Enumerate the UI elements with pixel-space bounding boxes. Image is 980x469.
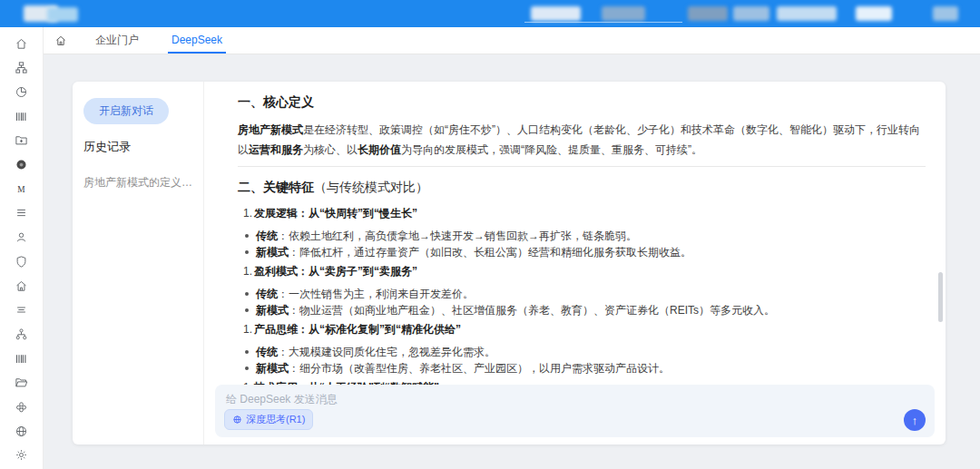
bullet-item: 传统：大规模建设同质化住宅，忽视差异化需求。 xyxy=(245,345,926,360)
pie-chart-icon[interactable] xyxy=(0,83,43,101)
bullet-item: 新模式：细分市场（改善型住房、养老社区、产业园区），以用户需求驱动产品设计。 xyxy=(245,361,926,376)
content-heading: 一、核心定义 xyxy=(238,93,926,111)
record-circle-icon[interactable] xyxy=(0,156,43,174)
chat-sidebar: 开启新对话 历史记录 房地产新模式的定义是什么 xyxy=(73,82,204,445)
m-logo-icon[interactable]: M xyxy=(0,180,43,198)
numbered-item: 1.产品思维：从“标准化复制”到“精准化供给” xyxy=(243,321,926,337)
barcode-icon[interactable] xyxy=(0,107,43,125)
org-chart-icon[interactable] xyxy=(0,59,43,77)
send-button[interactable]: ↑ xyxy=(904,409,926,431)
content-heading: 二、关键特征（与传统模式对比） xyxy=(238,178,926,196)
deep-think-icon xyxy=(232,415,242,425)
bullet-item: 新模式：物业运营（如商业地产租金）、社区增值服务（养老、教育）、资产证券化（RE… xyxy=(245,303,926,318)
history-title: 历史记录 xyxy=(83,139,192,155)
folder-open-icon[interactable] xyxy=(0,374,43,392)
message-input-placeholder: 给 DeepSeek 发送消息 xyxy=(226,392,338,407)
bullet-item: 传统：一次性销售为主，利润来自开发差价。 xyxy=(245,287,926,302)
content-divider xyxy=(238,166,926,167)
deep-think-label: 深度思考(R1) xyxy=(246,413,305,426)
logo-blob xyxy=(47,7,78,22)
layers-icon[interactable] xyxy=(0,301,43,319)
history-item[interactable]: 房地产新模式的定义是什么 xyxy=(83,175,192,191)
top-nav-item-blurred[interactable] xyxy=(856,6,892,21)
numbered-item: 1.发展逻辑：从“快周转”到“慢生长” xyxy=(243,205,926,221)
flower-icon[interactable] xyxy=(0,398,43,416)
bullet-item: 传统：依赖土地红利，高负债拿地→快速开发→销售回款→再扩张，链条脆弱。 xyxy=(245,229,926,244)
message-input[interactable]: 给 DeepSeek 发送消息 深度思考(R1) ↑ xyxy=(215,385,935,437)
top-bar xyxy=(0,0,980,27)
content-scrollbar[interactable] xyxy=(938,272,943,322)
numbered-item: 1.盈利模式：从“卖房子”到“卖服务” xyxy=(243,263,926,279)
home-alt-icon[interactable] xyxy=(0,277,43,295)
svg-text:M: M xyxy=(17,184,25,193)
new-chat-button[interactable]: 开启新对话 xyxy=(83,98,169,124)
tab-DeepSeek[interactable]: DeepSeek xyxy=(155,27,239,54)
user-icon[interactable] xyxy=(0,229,43,247)
top-nav-item-blurred[interactable] xyxy=(531,6,581,21)
content-paragraph: 房地产新模式是在经济转型、政策调控（如“房住不炒”）、人口结构变化（老龄化、少子… xyxy=(238,120,926,160)
top-nav-item-blurred[interactable] xyxy=(602,6,645,21)
top-nav-item-blurred[interactable] xyxy=(777,6,837,21)
list-icon[interactable] xyxy=(0,204,43,222)
sitemap-icon[interactable] xyxy=(0,325,43,343)
top-nav-item-blurred[interactable] xyxy=(933,6,958,21)
home-tab-icon[interactable] xyxy=(43,34,79,47)
left-icon-sidebar: M xyxy=(0,27,44,469)
chat-main: 一、核心定义房地产新模式是在经济转型、政策调控（如“房住不炒”）、人口结构变化（… xyxy=(204,82,946,445)
top-nav-underline xyxy=(524,22,682,23)
bullet-item: 新模式：降低杠杆，通过存量资产（如旧改、长租公寓）经营和精细化服务获取长期收益。 xyxy=(245,245,926,260)
top-nav-item-blurred[interactable] xyxy=(733,6,769,21)
home-icon[interactable] xyxy=(0,34,43,53)
deepseek-chat-card: 开启新对话 历史记录 房地产新模式的定义是什么 一、核心定义房地产新模式是在经济… xyxy=(73,82,946,445)
arrow-up-icon: ↑ xyxy=(912,414,918,427)
globe-icon[interactable] xyxy=(0,422,43,440)
assistant-message: 一、核心定义房地产新模式是在经济转型、政策调控（如“房住不炒”）、人口结构变化（… xyxy=(204,82,946,385)
deep-think-button[interactable]: 深度思考(R1) xyxy=(224,409,313,430)
shield-icon[interactable] xyxy=(0,252,43,270)
folder-plus-icon[interactable] xyxy=(0,132,43,150)
barcode-alt-icon[interactable] xyxy=(0,349,43,367)
tab-bar: 企业门户DeepSeek xyxy=(43,27,980,54)
settings-icon[interactable] xyxy=(0,446,43,464)
top-nav-item-blurred[interactable] xyxy=(688,6,728,21)
tab-企业门户[interactable]: 企业门户 xyxy=(79,27,155,54)
app-logo xyxy=(7,4,116,24)
